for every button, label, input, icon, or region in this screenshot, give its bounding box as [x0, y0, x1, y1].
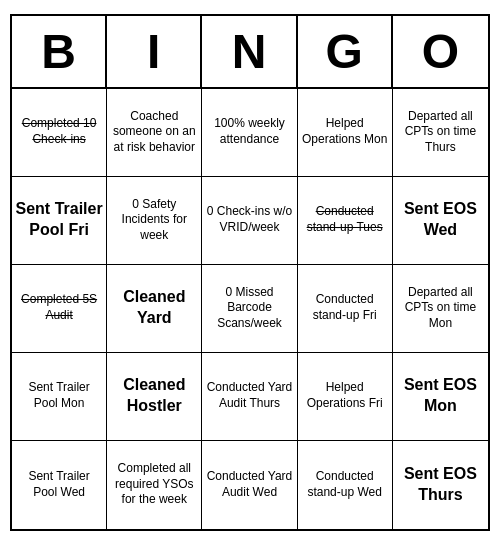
bingo-cell-18: Helped Operations Fri — [298, 353, 393, 441]
bingo-cell-text-10: Completed 5S Audit — [15, 292, 103, 323]
bingo-cell-text-9: Sent EOS Wed — [396, 199, 485, 241]
bingo-cell-text-2: 100% weekly attendance — [205, 116, 293, 147]
bingo-cell-20: Sent Trailer Pool Wed — [12, 441, 107, 529]
bingo-cell-text-19: Sent EOS Mon — [396, 375, 485, 417]
bingo-cell-9: Sent EOS Wed — [393, 177, 488, 265]
bingo-cell-7: 0 Check-ins w/o VRID/week — [202, 177, 297, 265]
header-letter-I: I — [107, 16, 202, 87]
bingo-cell-0: Completed 10 Check-ins — [12, 89, 107, 177]
bingo-cell-16: Cleaned Hostler — [107, 353, 202, 441]
bingo-cell-text-13: Conducted stand-up Fri — [301, 292, 389, 323]
bingo-cell-text-17: Conducted Yard Audit Thurs — [205, 380, 293, 411]
bingo-cell-text-21: Completed all required YSOs for the week — [110, 461, 198, 508]
bingo-cell-10: Completed 5S Audit — [12, 265, 107, 353]
bingo-cell-1: Coached someone on an at risk behavior — [107, 89, 202, 177]
bingo-cell-19: Sent EOS Mon — [393, 353, 488, 441]
header-letter-G: G — [298, 16, 393, 87]
bingo-cell-text-18: Helped Operations Fri — [301, 380, 389, 411]
bingo-cell-5: Sent Trailer Pool Fri — [12, 177, 107, 265]
bingo-cell-text-1: Coached someone on an at risk behavior — [110, 109, 198, 156]
bingo-grid: Completed 10 Check-insCoached someone on… — [12, 89, 488, 529]
bingo-cell-17: Conducted Yard Audit Thurs — [202, 353, 297, 441]
bingo-cell-21: Completed all required YSOs for the week — [107, 441, 202, 529]
header-letter-O: O — [393, 16, 488, 87]
bingo-cell-text-3: Helped Operations Mon — [301, 116, 389, 147]
bingo-cell-14: Departed all CPTs on time Mon — [393, 265, 488, 353]
bingo-cell-text-0: Completed 10 Check-ins — [15, 116, 103, 147]
bingo-cell-text-6: 0 Safety Incidents for week — [110, 197, 198, 244]
bingo-cell-6: 0 Safety Incidents for week — [107, 177, 202, 265]
bingo-cell-text-8: Conducted stand-up Tues — [301, 204, 389, 235]
bingo-cell-11: Cleaned Yard — [107, 265, 202, 353]
bingo-cell-text-14: Departed all CPTs on time Mon — [396, 285, 485, 332]
bingo-cell-text-5: Sent Trailer Pool Fri — [15, 199, 103, 241]
bingo-cell-12: 0 Missed Barcode Scans/week — [202, 265, 297, 353]
header-letter-B: B — [12, 16, 107, 87]
bingo-cell-text-23: Conducted stand-up Wed — [301, 469, 389, 500]
bingo-cell-text-4: Departed all CPTs on time Thurs — [396, 109, 485, 156]
bingo-cell-text-22: Conducted Yard Audit Wed — [205, 469, 293, 500]
bingo-cell-24: Sent EOS Thurs — [393, 441, 488, 529]
bingo-cell-22: Conducted Yard Audit Wed — [202, 441, 297, 529]
bingo-cell-text-24: Sent EOS Thurs — [396, 464, 485, 506]
bingo-cell-text-11: Cleaned Yard — [110, 287, 198, 329]
bingo-cell-2: 100% weekly attendance — [202, 89, 297, 177]
bingo-cell-13: Conducted stand-up Fri — [298, 265, 393, 353]
bingo-header: BINGO — [12, 16, 488, 89]
bingo-cell-4: Departed all CPTs on time Thurs — [393, 89, 488, 177]
header-letter-N: N — [202, 16, 297, 87]
bingo-cell-text-15: Sent Trailer Pool Mon — [15, 380, 103, 411]
bingo-cell-text-12: 0 Missed Barcode Scans/week — [205, 285, 293, 332]
bingo-cell-text-16: Cleaned Hostler — [110, 375, 198, 417]
bingo-cell-15: Sent Trailer Pool Mon — [12, 353, 107, 441]
bingo-cell-8: Conducted stand-up Tues — [298, 177, 393, 265]
bingo-cell-23: Conducted stand-up Wed — [298, 441, 393, 529]
bingo-cell-3: Helped Operations Mon — [298, 89, 393, 177]
bingo-card: BINGO Completed 10 Check-insCoached some… — [10, 14, 490, 531]
bingo-cell-text-7: 0 Check-ins w/o VRID/week — [205, 204, 293, 235]
bingo-cell-text-20: Sent Trailer Pool Wed — [15, 469, 103, 500]
